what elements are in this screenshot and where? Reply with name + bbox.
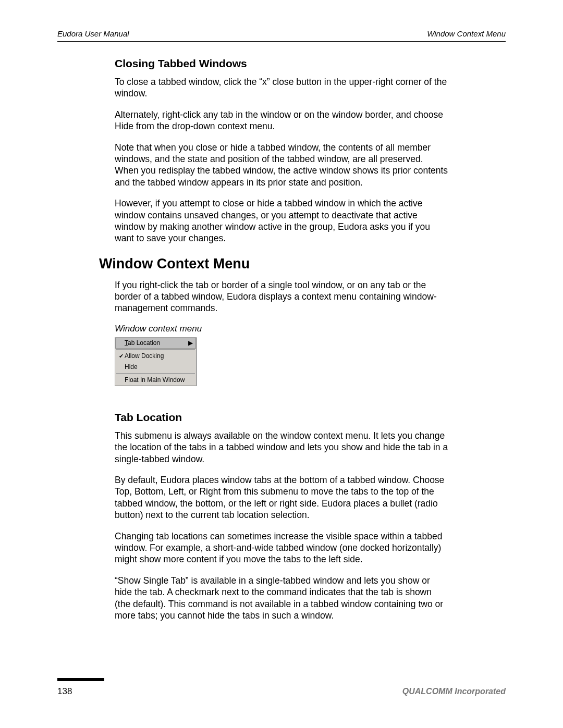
menu-label-rest: ab Location [128,339,160,347]
window-context-menu-mockup: Tab Location ▶ ✔ Allow Docking Hide Floa… [115,337,197,386]
running-head-left: Eudora User Manual [57,29,129,38]
paragraph: “Show Single Tab” is available in a sing… [115,575,448,622]
header-rule [57,41,506,42]
menu-item-label: Tab Location [125,339,188,347]
menu-item-label: Float In Main Window [125,376,188,384]
paragraph: To close a tabbed window, click the “x” … [115,76,448,100]
menu-item-allow-docking[interactable]: ✔ Allow Docking [115,351,196,362]
menu-item-label: Hide [125,363,188,371]
paragraph: Note that when you close or hide a tabbe… [115,142,448,189]
manual-page: Eudora User Manual Window Context Menu C… [0,0,563,728]
heading-window-context-menu: Window Context Menu [99,256,506,272]
menu-separator [116,349,195,350]
paragraph: Changing tab locations can sometimes inc… [115,530,448,565]
paragraph: However, if you attempt to close or hide… [115,198,448,244]
menu-item-label: Allow Docking [125,352,188,360]
page-number: 138 [57,686,72,697]
page-footer: 138 QUALCOMM Incorporated [57,678,506,697]
paragraph: If you right-click the tab or border of … [115,279,448,314]
running-head-right: Window Context Menu [427,29,506,38]
footer-rule [57,678,104,681]
menu-item-tab-location[interactable]: Tab Location ▶ [115,338,196,349]
page-content: Closing Tabbed Windows To close a tabbed… [115,57,506,621]
menu-separator [116,373,195,374]
paragraph: By default, Eudora places window tabs at… [115,474,448,521]
submenu-arrow-icon: ▶ [188,339,193,347]
company-name: QUALCOMM Incorporated [402,687,506,696]
figure-caption: Window context menu [115,324,506,334]
heading-tab-location: Tab Location [115,411,506,424]
paragraph: This submenu is always available on the … [115,430,448,465]
checkmark-icon: ✔ [117,353,125,360]
paragraph: Alternately, right-click any tab in the … [115,109,448,132]
heading-closing-tabbed-windows: Closing Tabbed Windows [115,57,506,70]
menu-item-hide[interactable]: Hide [115,362,196,373]
menu-item-float-in-main-window[interactable]: Float In Main Window [115,375,196,386]
running-head: Eudora User Manual Window Context Menu [57,29,506,41]
